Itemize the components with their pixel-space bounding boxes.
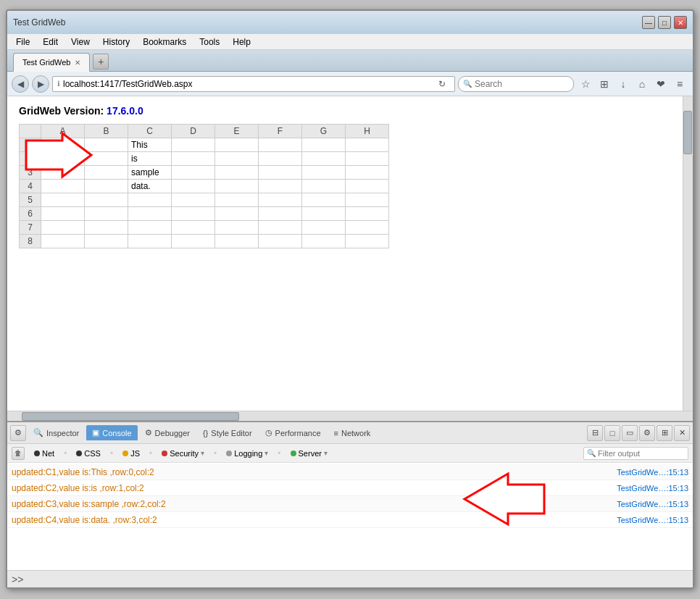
cell-4-C[interactable]: data.	[128, 180, 172, 193]
back-button[interactable]: ◀	[12, 75, 29, 93]
menu-history[interactable]: History	[97, 35, 136, 49]
cell-1-F[interactable]	[259, 138, 302, 152]
forward-button[interactable]: ▶	[32, 75, 49, 93]
cell-4-H[interactable]	[346, 180, 389, 193]
menu-bookmarks[interactable]: Bookmarks	[137, 35, 192, 49]
options-button[interactable]: ⚙	[639, 425, 655, 441]
cell-5-B[interactable]	[85, 193, 128, 207]
cell-1-D[interactable]	[172, 138, 215, 152]
cell-2-E[interactable]	[215, 152, 259, 166]
filter-logging[interactable]: Logging ▾	[221, 447, 273, 460]
menu-icon[interactable]: ≡	[671, 75, 688, 93]
devtools-tab-network[interactable]: ≡ Network	[328, 426, 377, 440]
close-button[interactable]: ✕	[674, 16, 687, 29]
cell-3-D[interactable]	[172, 166, 215, 180]
cell-3-H[interactable]	[346, 166, 389, 180]
cell-4-D[interactable]	[172, 180, 215, 193]
cell-5-H[interactable]	[346, 193, 389, 207]
devtools-tab-console[interactable]: ▣ Console	[86, 425, 137, 440]
cell-6-E[interactable]	[215, 207, 259, 221]
cell-8-B[interactable]	[85, 235, 128, 248]
split-view-button[interactable]: ⊟	[587, 425, 603, 441]
cell-7-E[interactable]	[215, 221, 259, 235]
vertical-scrollbar[interactable]	[683, 96, 693, 411]
scrollbar-h-thumb[interactable]	[22, 412, 239, 421]
scrollbar-thumb[interactable]	[683, 111, 692, 154]
table-row[interactable]: 8	[20, 235, 389, 248]
cell-8-H[interactable]	[346, 235, 389, 248]
cell-5-G[interactable]	[302, 193, 346, 207]
cell-7-B[interactable]	[85, 221, 128, 235]
menu-tools[interactable]: Tools	[193, 35, 225, 49]
devtools-settings-button[interactable]: ⚙	[10, 425, 26, 441]
devtools-tab-style-editor[interactable]: {} Style Editor	[197, 426, 258, 440]
horizontal-scrollbar[interactable]	[7, 411, 693, 421]
cell-6-B[interactable]	[85, 207, 128, 221]
cell-2-D[interactable]	[172, 152, 215, 166]
filter-js[interactable]: JS	[117, 447, 145, 460]
filter-net[interactable]: Net	[29, 447, 59, 460]
new-tab-button[interactable]: +	[93, 54, 109, 70]
cell-1-C[interactable]: This	[128, 138, 172, 152]
address-input[interactable]	[63, 79, 431, 89]
cell-2-H[interactable]	[346, 152, 389, 166]
menu-help[interactable]: Help	[227, 35, 257, 49]
cell-1-E[interactable]	[215, 138, 259, 152]
cell-6-G[interactable]	[302, 207, 346, 221]
clear-console-button[interactable]: 🗑	[12, 447, 25, 460]
cell-2-G[interactable]	[302, 152, 346, 166]
log-source[interactable]: TestGridWe…:15:13	[617, 500, 688, 508]
cell-8-C[interactable]	[128, 235, 172, 248]
cell-5-A[interactable]	[41, 193, 85, 207]
log-source[interactable]: TestGridWe…:15:13	[617, 516, 688, 524]
cell-8-G[interactable]	[302, 235, 346, 248]
cell-7-D[interactable]	[172, 221, 215, 235]
cell-4-F[interactable]	[259, 180, 302, 193]
close-devtools-button[interactable]: ✕	[674, 425, 690, 441]
filter-server[interactable]: Server ▾	[286, 447, 333, 460]
bookmark-star-icon[interactable]: ☆	[577, 75, 594, 93]
cell-3-C[interactable]: sample	[128, 166, 172, 180]
dock-button[interactable]: □	[604, 425, 620, 441]
filter-security[interactable]: Security ▾	[157, 447, 209, 460]
cell-5-C[interactable]	[128, 193, 172, 207]
console-log-area[interactable]: updated:C1,value is:This ,row:0,col:2Tes…	[7, 463, 693, 570]
cell-8-E[interactable]	[215, 235, 259, 248]
cell-1-H[interactable]	[346, 138, 389, 152]
browser-tab[interactable]: Test GridWeb ✕	[13, 53, 90, 72]
devtools-tab-debugger[interactable]: ⚙ Debugger	[139, 425, 196, 440]
cell-6-D[interactable]	[172, 207, 215, 221]
cell-7-G[interactable]	[302, 221, 346, 235]
search-input[interactable]	[475, 79, 583, 89]
devtools-tab-inspector[interactable]: 🔍 Inspector	[28, 425, 85, 440]
cell-5-D[interactable]	[172, 193, 215, 207]
pocket-icon[interactable]: ❤	[652, 75, 670, 93]
cell-3-F[interactable]	[259, 166, 302, 180]
cell-4-E[interactable]	[215, 180, 259, 193]
cell-6-C[interactable]	[128, 207, 172, 221]
download-icon[interactable]: ↓	[614, 75, 632, 93]
cell-8-D[interactable]	[172, 235, 215, 248]
refresh-button[interactable]: ↻	[434, 76, 450, 92]
menu-edit[interactable]: Edit	[37, 35, 64, 49]
bookmark-icon[interactable]: ⊞	[596, 75, 613, 93]
maximize-button[interactable]: □	[658, 16, 671, 29]
table-row[interactable]: 5	[20, 193, 389, 207]
menu-file[interactable]: File	[10, 35, 36, 49]
cell-3-E[interactable]	[215, 166, 259, 180]
cell-6-A[interactable]	[41, 207, 85, 221]
minimize-button[interactable]: —	[642, 16, 655, 29]
filter-css[interactable]: CSS	[71, 447, 106, 460]
cell-6-H[interactable]	[346, 207, 389, 221]
cell-3-G[interactable]	[302, 166, 346, 180]
separate-button[interactable]: ⊞	[657, 425, 672, 441]
cell-1-G[interactable]	[302, 138, 346, 152]
cell-6-F[interactable]	[259, 207, 302, 221]
filter-search-input[interactable]	[598, 449, 685, 458]
cell-7-A[interactable]	[41, 221, 85, 235]
menu-view[interactable]: View	[65, 35, 96, 49]
log-source[interactable]: TestGridWe…:15:13	[617, 484, 688, 493]
cell-2-F[interactable]	[259, 152, 302, 166]
cell-5-F[interactable]	[259, 193, 302, 207]
cell-5-E[interactable]	[215, 193, 259, 207]
